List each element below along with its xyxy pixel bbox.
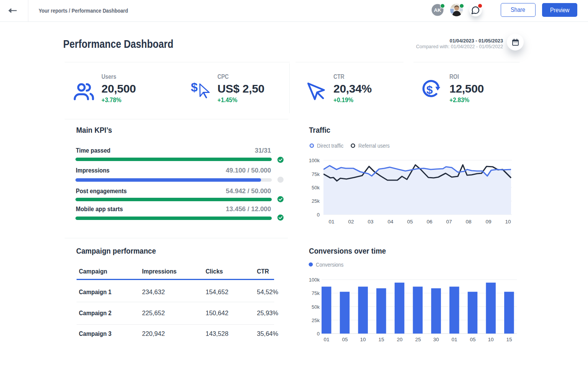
svg-text:$: $	[426, 83, 433, 96]
svg-text:$: $	[191, 80, 198, 94]
svg-text:AK: AK	[434, 7, 441, 13]
